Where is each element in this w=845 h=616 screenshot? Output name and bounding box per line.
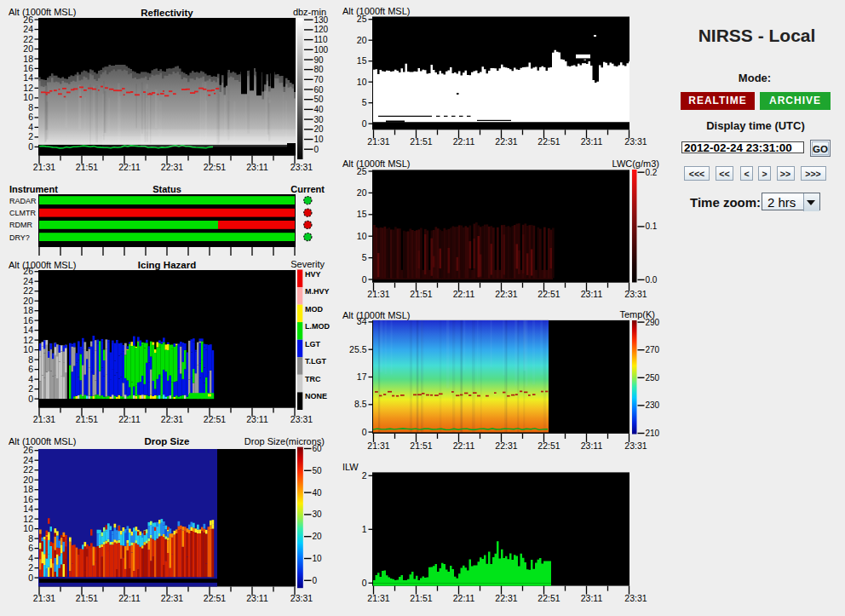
- svg-text:14: 14: [23, 72, 33, 83]
- svg-text:20: 20: [23, 475, 33, 485]
- svg-text:2: 2: [362, 470, 367, 481]
- svg-text:26: 26: [23, 445, 33, 455]
- svg-text:0.0: 0.0: [646, 275, 658, 285]
- svg-text:ILW: ILW: [342, 462, 359, 472]
- svg-text:22:11: 22:11: [453, 440, 475, 451]
- svg-text:21:51: 21:51: [410, 289, 432, 299]
- svg-text:21:51: 21:51: [410, 440, 432, 451]
- svg-text:16: 16: [23, 315, 33, 325]
- svg-text:1: 1: [362, 524, 367, 534]
- svg-text:Alt (1000ft MSL): Alt (1000ft MSL): [9, 7, 76, 17]
- svg-text:21:31: 21:31: [33, 162, 55, 172]
- svg-text:24: 24: [23, 24, 33, 34]
- svg-text:22:31: 22:31: [161, 593, 183, 603]
- svg-text:22:31: 22:31: [495, 289, 517, 299]
- svg-text:26: 26: [23, 14, 33, 25]
- svg-text:T.LGT: T.LGT: [305, 357, 326, 366]
- svg-text:23:11: 23:11: [246, 414, 268, 424]
- svg-text:230: 230: [646, 400, 660, 410]
- svg-text:12: 12: [23, 83, 33, 93]
- svg-text:22:51: 22:51: [537, 593, 560, 603]
- svg-text:110: 110: [314, 35, 328, 44]
- svg-text:12: 12: [23, 335, 33, 345]
- svg-text:20: 20: [314, 124, 325, 134]
- svg-text:15: 15: [357, 209, 367, 219]
- svg-text:RADAR: RADAR: [9, 197, 37, 205]
- svg-text:21:31: 21:31: [367, 440, 389, 451]
- svg-text:23:31: 23:31: [290, 414, 313, 424]
- svg-text:80: 80: [314, 65, 325, 74]
- svg-text:21:31: 21:31: [33, 414, 55, 424]
- svg-text:21:31: 21:31: [367, 593, 389, 603]
- svg-text:10: 10: [313, 554, 323, 563]
- svg-text:90: 90: [314, 55, 325, 65]
- svg-text:22:31: 22:31: [495, 136, 517, 147]
- svg-text:22: 22: [23, 285, 33, 296]
- svg-text:22:11: 22:11: [118, 593, 141, 603]
- svg-text:22:31: 22:31: [161, 414, 183, 424]
- svg-text:8: 8: [28, 533, 33, 544]
- svg-text:10: 10: [357, 77, 367, 87]
- svg-text:290: 290: [646, 318, 660, 327]
- svg-text:Current: Current: [290, 184, 325, 194]
- svg-text:22:51: 22:51: [204, 414, 226, 424]
- svg-text:RDMR: RDMR: [9, 221, 32, 229]
- svg-text:22:31: 22:31: [495, 593, 517, 603]
- svg-text:23:31: 23:31: [624, 136, 647, 147]
- svg-text:17: 17: [357, 371, 367, 382]
- svg-text:8: 8: [28, 354, 33, 365]
- svg-text:HVY: HVY: [305, 270, 321, 279]
- svg-text:22: 22: [23, 34, 33, 44]
- svg-text:6: 6: [28, 364, 33, 374]
- svg-text:18: 18: [23, 484, 33, 494]
- svg-text:8.5: 8.5: [354, 399, 367, 409]
- svg-text:0.1: 0.1: [646, 222, 658, 231]
- svg-text:22:51: 22:51: [204, 593, 226, 603]
- svg-text:60: 60: [313, 444, 323, 453]
- svg-text:4: 4: [28, 122, 33, 132]
- svg-text:Instrument: Instrument: [9, 184, 58, 194]
- svg-text:20: 20: [23, 43, 33, 54]
- svg-text:22:51: 22:51: [537, 289, 560, 299]
- svg-text:70: 70: [314, 75, 325, 84]
- svg-text:24: 24: [23, 276, 33, 286]
- svg-text:21:51: 21:51: [410, 593, 432, 603]
- svg-text:14: 14: [23, 504, 33, 514]
- svg-text:22:11: 22:11: [453, 289, 475, 299]
- svg-text:4: 4: [28, 553, 33, 563]
- svg-text:23:31: 23:31: [290, 162, 313, 172]
- svg-text:22:51: 22:51: [537, 440, 560, 451]
- svg-text:Alt (1000ft MSL): Alt (1000ft MSL): [342, 310, 410, 320]
- svg-text:120: 120: [314, 25, 329, 34]
- svg-text:40: 40: [314, 105, 325, 114]
- svg-text:Alt (1000ft MSL): Alt (1000ft MSL): [9, 260, 76, 270]
- svg-text:0.2: 0.2: [646, 168, 658, 177]
- svg-text:2: 2: [28, 131, 33, 141]
- svg-text:20: 20: [313, 532, 323, 541]
- svg-text:30: 30: [314, 115, 325, 124]
- svg-text:12: 12: [23, 514, 33, 524]
- svg-text:21:31: 21:31: [367, 289, 389, 299]
- svg-text:22:11: 22:11: [118, 162, 141, 172]
- svg-text:0: 0: [313, 576, 318, 585]
- svg-text:2: 2: [28, 562, 33, 573]
- svg-text:270: 270: [646, 345, 660, 354]
- svg-text:22:51: 22:51: [537, 136, 560, 147]
- svg-text:M.HVY: M.HVY: [305, 287, 330, 296]
- svg-text:21:31: 21:31: [33, 593, 55, 603]
- svg-text:2: 2: [28, 383, 33, 394]
- svg-text:18: 18: [23, 54, 33, 64]
- svg-text:21:51: 21:51: [410, 136, 432, 147]
- svg-text:22:11: 22:11: [453, 136, 475, 147]
- svg-text:8: 8: [28, 102, 33, 112]
- svg-text:Alt (1000ft MSL): Alt (1000ft MSL): [342, 6, 410, 16]
- svg-text:6: 6: [28, 112, 33, 122]
- svg-text:23:31: 23:31: [290, 593, 313, 603]
- svg-text:20: 20: [23, 296, 33, 306]
- svg-text:34: 34: [357, 316, 367, 326]
- svg-text:L.MOD: L.MOD: [305, 322, 330, 331]
- svg-text:6: 6: [28, 543, 33, 553]
- svg-text:23:31: 23:31: [624, 440, 647, 451]
- svg-text:18: 18: [23, 305, 33, 315]
- svg-text:23:11: 23:11: [246, 593, 268, 603]
